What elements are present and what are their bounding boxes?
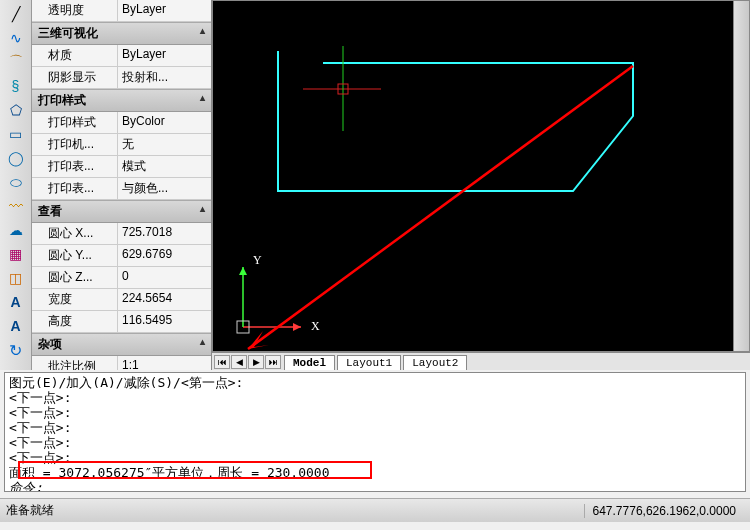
tool-mtext-icon[interactable]: A — [3, 315, 29, 337]
tab-layout1[interactable]: Layout1 — [337, 355, 401, 370]
collapse-icon[interactable]: ▴ — [200, 25, 205, 36]
prop-row-ptable1[interactable]: 打印表...模式 — [32, 156, 211, 178]
prop-row-anno[interactable]: 批注比例1:1 — [32, 356, 211, 370]
cmd-line: <下一点>: — [9, 450, 741, 465]
tool-cloud-icon[interactable]: ☁ — [3, 219, 29, 241]
prop-row-shadow[interactable]: 阴影显示投射和... — [32, 67, 211, 89]
properties-panel: 透明度 ByLayer 三维可视化▴ 材质ByLayer 阴影显示投射和... … — [32, 0, 212, 370]
tab-nav-prev[interactable]: ◀ — [231, 355, 247, 369]
command-panel[interactable]: 图元(E)/加入(A)/减除(S)/<第一点>: <下一点>: <下一点>: <… — [4, 372, 746, 492]
section-view[interactable]: 查看▴ — [32, 200, 211, 223]
prop-row-transparency[interactable]: 透明度 ByLayer — [32, 0, 211, 22]
status-bar: 准备就绪 647.7776,626.1962,0.0000 — [0, 498, 750, 522]
vertical-toolbar: ╱ ∿ ⌒ § ⬠ ▭ ◯ ⬭ 〰 ☁ ▦ ◫ A A ↻ — [0, 0, 32, 370]
section-misc[interactable]: 杂项▴ — [32, 333, 211, 356]
section-print-style[interactable]: 打印样式▴ — [32, 89, 211, 112]
vertical-scrollbar[interactable] — [733, 1, 749, 351]
tool-rect-icon[interactable]: ▭ — [3, 123, 29, 145]
tool-polygon-icon[interactable]: ⬠ — [3, 99, 29, 121]
tool-region-icon[interactable]: ◫ — [3, 267, 29, 289]
collapse-icon[interactable]: ▴ — [200, 92, 205, 103]
tab-nav-last[interactable]: ⏭ — [265, 355, 281, 369]
prop-row-width[interactable]: 宽度224.5654 — [32, 289, 211, 311]
tool-curve-icon[interactable]: 〰 — [3, 195, 29, 217]
tab-model[interactable]: Model — [284, 355, 335, 370]
svg-line-8 — [248, 66, 633, 349]
tool-hatch-icon[interactable]: ▦ — [3, 243, 29, 265]
prop-key: 透明度 — [32, 0, 118, 21]
prop-row-pstyle[interactable]: 打印样式ByColor — [32, 112, 211, 134]
drawing-area[interactable]: X Y — [212, 0, 750, 352]
prop-row-material[interactable]: 材质ByLayer — [32, 45, 211, 67]
tool-text-icon[interactable]: A — [3, 291, 29, 313]
cmd-result-line: 面积 = 3072.056275″平方单位，周长 = 230.0000 — [9, 465, 741, 480]
collapse-icon[interactable]: ▴ — [200, 203, 205, 214]
prop-row-center-z[interactable]: 圆心 Z...0 — [32, 267, 211, 289]
status-ready: 准备就绪 — [6, 502, 54, 519]
tab-nav-next[interactable]: ▶ — [248, 355, 264, 369]
prop-row-height[interactable]: 高度116.5495 — [32, 311, 211, 333]
tool-polyline-icon[interactable]: ∿ — [3, 27, 29, 49]
cmd-line: <下一点>: — [9, 390, 741, 405]
tool-line-icon[interactable]: ╱ — [3, 3, 29, 25]
tool-sync-icon[interactable]: ↻ — [3, 339, 29, 361]
collapse-icon[interactable]: ▴ — [200, 336, 205, 347]
annotation-arrow — [223, 61, 653, 352]
prop-row-center-x[interactable]: 圆心 X...725.7018 — [32, 223, 211, 245]
layout-tabs-bar: ⏮ ◀ ▶ ⏭ Model Layout1 Layout2 — [212, 352, 750, 370]
cmd-line: <下一点>: — [9, 435, 741, 450]
tool-ellipse-icon[interactable]: ⬭ — [3, 171, 29, 193]
section-3d-visual[interactable]: 三维可视化▴ — [32, 22, 211, 45]
prop-row-ptable2[interactable]: 打印表...与颜色... — [32, 178, 211, 200]
tab-layout2[interactable]: Layout2 — [403, 355, 467, 370]
status-coordinates: 647.7776,626.1962,0.0000 — [584, 504, 744, 518]
tab-nav-first[interactable]: ⏮ — [214, 355, 230, 369]
tool-spline-icon[interactable]: § — [3, 75, 29, 97]
prop-val[interactable]: ByLayer — [118, 0, 211, 21]
tool-circle-icon[interactable]: ◯ — [3, 147, 29, 169]
cmd-prompt[interactable]: 命令: — [9, 480, 741, 492]
cmd-line: 图元(E)/加入(A)/减除(S)/<第一点>: — [9, 375, 741, 390]
prop-row-center-y[interactable]: 圆心 Y...629.6769 — [32, 245, 211, 267]
tool-arc-icon[interactable]: ⌒ — [3, 51, 29, 73]
cmd-line: <下一点>: — [9, 420, 741, 435]
prop-row-printer[interactable]: 打印机...无 — [32, 134, 211, 156]
cmd-line: <下一点>: — [9, 405, 741, 420]
